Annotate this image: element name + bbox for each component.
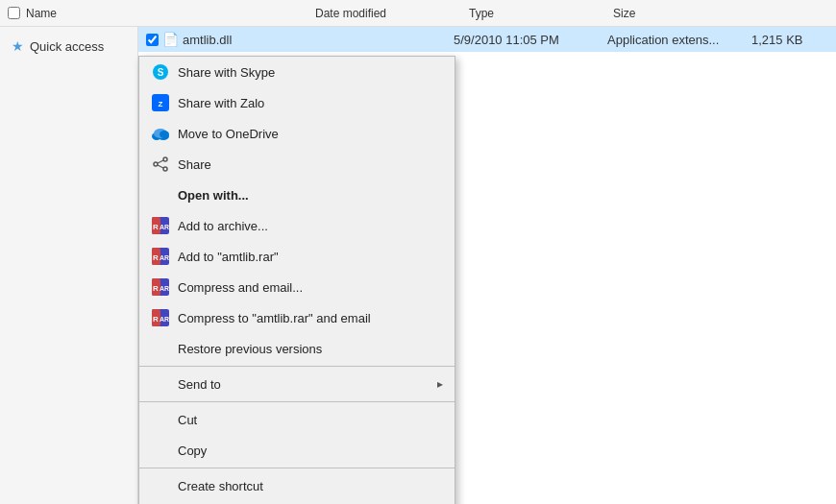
menu-label-cut: Cut <box>178 413 197 427</box>
menu-item-add-archive[interactable]: R AR Add to archive... <box>139 210 455 241</box>
send-to-arrow-icon: ▸ <box>437 377 443 391</box>
restore-icon <box>151 339 170 358</box>
rar-icon-4: R AR <box>151 308 170 327</box>
menu-item-compress-amtlib-email[interactable]: R AR Compress to "amtlib.rar" and email <box>139 302 455 333</box>
rar-icon-2: R AR <box>151 247 170 266</box>
menu-label-compress-email: Compress and email... <box>178 280 303 295</box>
context-menu: S Share with Skype Z Share with Zalo <box>138 56 455 504</box>
copy-icon <box>151 441 170 460</box>
svg-text:R: R <box>153 253 159 262</box>
rar-icon-1: R AR <box>151 216 170 235</box>
menu-item-open-with[interactable]: Open with... <box>139 180 455 210</box>
menu-label-share: Share <box>178 157 211 172</box>
menu-label-move-onedrive: Move to OneDrive <box>178 127 279 141</box>
svg-text:S: S <box>158 67 164 78</box>
menu-item-compress-email[interactable]: R AR Compress and email... <box>139 272 455 302</box>
sidebar: ★ Quick access <box>0 27 138 504</box>
svg-line-12 <box>158 165 163 168</box>
send-to-icon <box>151 374 170 394</box>
file-date: 5/9/2010 11:05 PM <box>454 33 607 47</box>
main-layout: ★ Quick access 📄 amtlib.dll 5/9/2010 11:… <box>0 27 836 504</box>
menu-item-share-zalo[interactable]: Z Share with Zalo <box>139 87 455 118</box>
menu-label-restore-versions: Restore previous versions <box>178 342 322 356</box>
menu-label-share-skype: Share with Skype <box>178 65 275 80</box>
select-all-checkbox[interactable] <box>8 7 20 19</box>
menu-label-send-to: Send to <box>178 377 221 392</box>
create-shortcut-icon <box>151 476 170 495</box>
star-icon: ★ <box>12 38 24 54</box>
svg-text:R: R <box>153 315 159 324</box>
svg-line-11 <box>158 160 163 163</box>
file-area: 📄 amtlib.dll 5/9/2010 11:05 PM Applicati… <box>138 27 836 504</box>
cut-icon <box>151 410 170 429</box>
svg-point-8 <box>163 157 167 161</box>
menu-label-create-shortcut: Create shortcut <box>178 479 263 493</box>
skype-icon: S <box>151 62 170 82</box>
menu-item-share[interactable]: Share <box>139 149 455 180</box>
svg-text:R: R <box>153 284 159 293</box>
menu-item-cut[interactable]: Cut <box>139 404 455 435</box>
separator-1 <box>139 366 455 367</box>
menu-label-open-with: Open with... <box>178 188 249 203</box>
file-name: amtlib.dll <box>183 33 232 47</box>
menu-label-add-amtlib-rar: Add to "amtlib.rar" <box>178 250 279 264</box>
col-size-label: Size <box>613 7 690 20</box>
col-type-label: Type <box>469 7 613 20</box>
separator-2 <box>139 401 455 402</box>
svg-point-9 <box>154 162 158 166</box>
svg-text:R: R <box>153 223 159 231</box>
share-icon <box>151 155 170 174</box>
file-size: 1,215 KB <box>751 33 828 47</box>
svg-text:AR: AR <box>160 285 169 292</box>
menu-label-copy: Copy <box>178 444 207 458</box>
svg-text:Z: Z <box>159 100 163 108</box>
svg-point-10 <box>163 167 167 171</box>
svg-text:AR: AR <box>160 316 169 323</box>
open-with-icon <box>151 185 170 204</box>
rar-icon-3: R AR <box>151 277 170 297</box>
svg-text:AR: AR <box>160 224 169 230</box>
onedrive-icon <box>151 124 170 143</box>
menu-item-add-amtlib-rar[interactable]: R AR Add to "amtlib.rar" <box>139 241 455 272</box>
file-icon: 📄 <box>162 32 179 47</box>
menu-item-restore-versions[interactable]: Restore previous versions <box>139 333 455 364</box>
sidebar-item-quick-access[interactable]: ★ Quick access <box>0 35 137 58</box>
menu-label-compress-amtlib-email: Compress to "amtlib.rar" and email <box>178 311 371 325</box>
file-explorer-header: Name Date modified Type Size <box>0 0 836 27</box>
menu-item-copy[interactable]: Copy <box>139 435 455 466</box>
file-checkbox[interactable] <box>146 34 159 46</box>
file-row[interactable]: 📄 amtlib.dll 5/9/2010 11:05 PM Applicati… <box>138 27 836 52</box>
zalo-icon: Z <box>151 93 170 112</box>
menu-label-add-archive: Add to archive... <box>178 219 268 233</box>
col-name-label: Name <box>26 7 57 20</box>
menu-item-move-onedrive[interactable]: Move to OneDrive <box>139 118 455 149</box>
file-type: Application extens... <box>607 33 751 47</box>
menu-item-create-shortcut[interactable]: Create shortcut <box>139 470 455 501</box>
menu-item-send-to[interactable]: Send to ▸ <box>139 369 455 399</box>
svg-point-7 <box>160 131 169 138</box>
menu-item-share-skype[interactable]: S Share with Skype <box>139 57 455 87</box>
sidebar-quick-access-label: Quick access <box>30 39 104 54</box>
menu-label-share-zalo: Share with Zalo <box>178 96 264 110</box>
separator-3 <box>139 468 455 468</box>
svg-text:AR: AR <box>160 254 169 261</box>
col-date-label: Date modified <box>315 7 469 20</box>
